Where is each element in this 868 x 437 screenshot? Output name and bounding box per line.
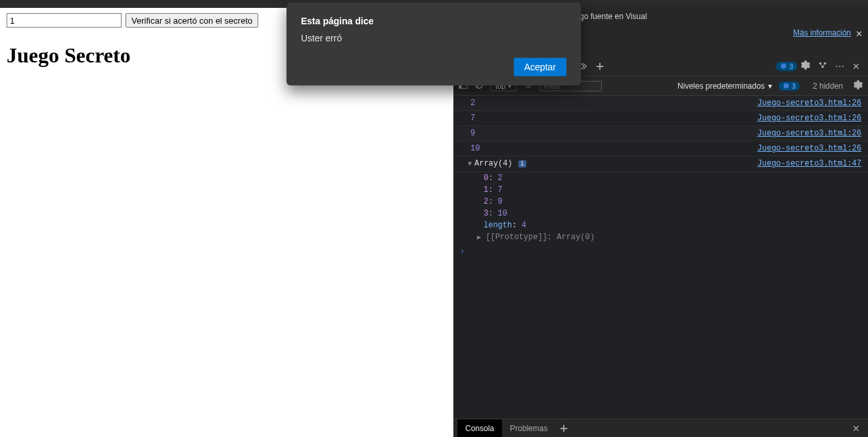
array-item: 0: 2 <box>453 172 868 184</box>
alert-actions: Aceptar <box>301 58 566 76</box>
issues-count: 3 <box>789 62 793 70</box>
console-log-line: 10Juego-secreto3.html:26 <box>453 141 868 156</box>
console-log-line: 7Juego-secreto3.html:26 <box>453 111 868 126</box>
array-label: Array(4) <box>474 159 513 168</box>
log-array-header[interactable]: ▼ Array(4) i Juego-secreto3.html:47 <box>453 156 868 172</box>
array-prototype[interactable]: ▶ [[Prototype]]: Array(0) <box>453 231 868 244</box>
array-length: length: 4 <box>453 219 868 231</box>
alert-accept-button[interactable]: Aceptar <box>514 58 566 76</box>
log-value: 10 <box>460 143 480 154</box>
banner-close-icon[interactable]: ✕ <box>856 28 863 40</box>
console-body: 2Juego-secreto3.html:267Juego-secreto3.h… <box>453 96 868 419</box>
log-value: 9 <box>460 127 475 139</box>
log-source-link[interactable]: Juego-secreto3.html:26 <box>758 143 861 154</box>
devtools-right-icons: ⋯ ✕ <box>797 60 864 72</box>
drawer-add-icon[interactable] <box>555 419 572 438</box>
guess-input[interactable] <box>7 13 122 28</box>
array-item: 1: 7 <box>453 184 868 196</box>
log-value: 2 <box>460 97 475 109</box>
log-source-link[interactable]: Juego-secreto3.html:26 <box>758 97 861 109</box>
filter-issues-count: 3 <box>792 82 796 90</box>
drawer-close-icon[interactable]: ✕ <box>852 423 864 434</box>
console-prompt[interactable]: › <box>453 244 868 258</box>
issues-badge[interactable]: 3 <box>776 62 797 71</box>
more-icon[interactable]: ⋯ <box>835 61 844 72</box>
devtools-drawer: Consola Problemas ✕ <box>453 419 868 437</box>
log-levels-selector[interactable]: Niveles predeterminados ▾ <box>677 81 772 91</box>
disclosure-triangle-down-icon[interactable]: ▼ <box>468 158 472 170</box>
array-item: 3: 10 <box>453 208 868 219</box>
gear-icon[interactable] <box>801 60 810 72</box>
verify-button[interactable]: Verificar si acertó con el secreto <box>126 13 258 28</box>
array-item: 2: 9 <box>453 196 868 208</box>
alert-message: Uster erró <box>301 33 566 43</box>
alert-dialog: Esta página dice Uster erró Aceptar <box>286 3 581 85</box>
drawer-tab-problemas[interactable]: Problemas <box>502 419 555 438</box>
prototype-label: [[Prototype]]: Array(0) <box>486 233 595 242</box>
log-levels-label: Niveles predeterminados <box>677 81 765 91</box>
filter-issues-badge[interactable]: 3 <box>779 81 800 91</box>
log-value: 7 <box>460 112 475 124</box>
console-settings-gear-icon[interactable] <box>854 80 863 91</box>
console-log-line: 2Juego-secreto3.html:26 <box>453 96 868 111</box>
add-tab-icon[interactable] <box>591 57 608 76</box>
svg-point-0 <box>781 64 786 69</box>
banner-more-info-link[interactable]: Más información <box>793 28 851 39</box>
alert-title: Esta página dice <box>301 16 566 26</box>
chevron-down-icon: ▾ <box>768 81 772 91</box>
info-badge[interactable]: i <box>518 160 526 168</box>
activity-icon[interactable] <box>818 60 827 72</box>
svg-point-10 <box>783 83 788 89</box>
log-source-link[interactable]: Juego-secreto3.html:26 <box>758 127 861 139</box>
disclosure-triangle-right-icon[interactable]: ▶ <box>477 234 481 241</box>
drawer-tab-consola[interactable]: Consola <box>457 419 502 438</box>
log-source-link[interactable]: Juego-secreto3.html:47 <box>758 158 861 170</box>
log-source-link[interactable]: Juego-secreto3.html:26 <box>758 112 861 124</box>
console-log-line: 9Juego-secreto3.html:26 <box>453 126 868 141</box>
devtools-close-icon[interactable]: ✕ <box>852 61 860 72</box>
hidden-count[interactable]: 2 hidden <box>813 81 843 91</box>
